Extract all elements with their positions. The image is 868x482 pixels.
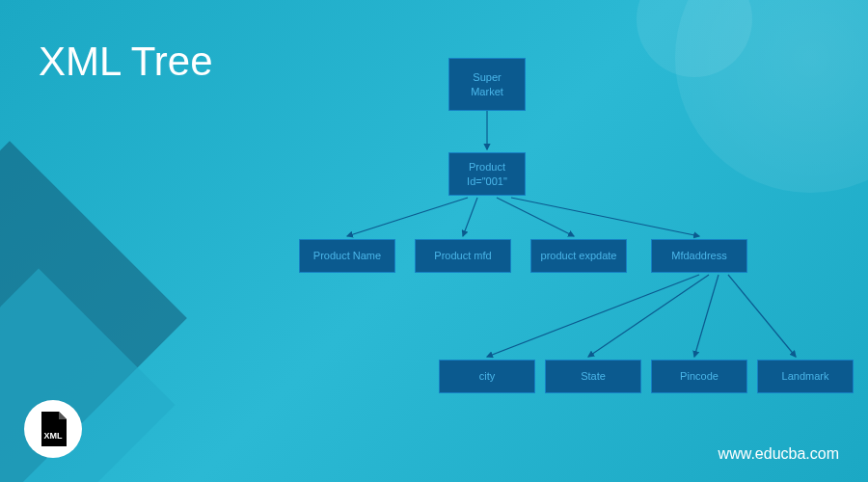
- svg-line-6: [588, 275, 709, 357]
- node-pincode: Pincode: [651, 360, 747, 393]
- node-mfdaddress: Mfdaddress: [651, 239, 747, 273]
- node-root-line2: Market: [471, 85, 503, 98]
- svg-line-4: [511, 198, 699, 236]
- node-product-expdate: product expdate: [530, 239, 627, 273]
- node-product-name: Product Name: [299, 239, 395, 273]
- tree-diagram: Super Market Product Id="001" Product Na…: [270, 58, 849, 463]
- svg-line-3: [497, 198, 574, 236]
- website-url: www.educba.com: [719, 445, 839, 463]
- svg-line-2: [463, 198, 477, 236]
- node-landmark: Landmark: [757, 360, 854, 393]
- svg-line-5: [487, 275, 699, 357]
- node-product-line1: Product: [467, 160, 507, 174]
- svg-line-1: [347, 198, 468, 236]
- xml-icon-label: XML: [44, 431, 64, 441]
- node-product: Product Id="001": [448, 152, 526, 196]
- node-city: city: [439, 360, 535, 393]
- svg-line-8: [728, 275, 796, 357]
- node-root: Super Market: [448, 58, 526, 111]
- page-title: XML Tree: [39, 39, 213, 85]
- node-root-line1: Super: [471, 70, 503, 84]
- node-product-mfd: Product mfd: [415, 239, 511, 273]
- svg-line-7: [694, 275, 719, 357]
- node-state: State: [545, 360, 641, 393]
- node-product-line2: Id="001": [467, 174, 507, 188]
- xml-file-icon: XML: [24, 400, 82, 458]
